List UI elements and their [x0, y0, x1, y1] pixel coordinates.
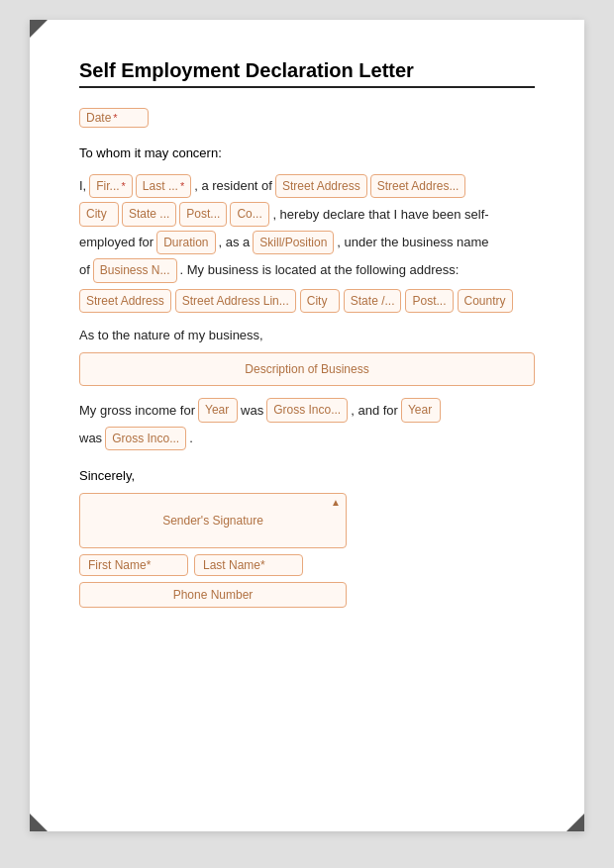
- street-address-line2-field[interactable]: Street Address Lin...: [175, 289, 296, 313]
- salutation: To whom it may concern:: [79, 145, 535, 160]
- date-field[interactable]: Date *: [79, 108, 149, 128]
- gross-income-2-field[interactable]: Gross Inco...: [105, 427, 186, 450]
- nature-label: As to the nature of my business,: [79, 325, 535, 346]
- nature-paragraph: As to the nature of my business, Descrip…: [79, 325, 535, 386]
- corner-decoration-br: [566, 814, 584, 831]
- year-2-field[interactable]: Year: [401, 398, 441, 422]
- gross-income-1-field[interactable]: Gross Inco...: [266, 398, 348, 422]
- year-1-field[interactable]: Year: [198, 398, 238, 422]
- body-paragraph-1: I, Fir... * Last ... * , a resident of S…: [79, 174, 535, 313]
- page-title: Self Employment Declaration Letter: [79, 59, 535, 82]
- country-1-field[interactable]: Co...: [230, 202, 269, 226]
- postal-2-field[interactable]: Post...: [405, 289, 453, 313]
- first-name-2-field[interactable]: First Name *: [79, 554, 188, 576]
- business-name-field[interactable]: Business N...: [93, 258, 177, 282]
- last-name-2-field[interactable]: Last Name *: [194, 554, 303, 576]
- corner-decoration-tl: [30, 20, 48, 38]
- sincerely-label: Sincerely,: [79, 468, 535, 483]
- page: Self Employment Declaration Letter Date …: [30, 20, 584, 831]
- last-name-field[interactable]: Last ... *: [136, 174, 191, 198]
- first-name-field[interactable]: Fir... *: [89, 174, 133, 198]
- income-paragraph: My gross income for Year was Gross Inco.…: [79, 398, 535, 450]
- corner-decoration-bl: [30, 814, 48, 831]
- skill-field[interactable]: Skill/Position: [253, 231, 334, 254]
- street-address-2-field[interactable]: Street Addres...: [370, 174, 466, 198]
- phone-field[interactable]: Phone Number: [79, 582, 347, 608]
- street-address-1-field[interactable]: Street Address: [275, 174, 367, 198]
- signature-field[interactable]: ▲ Sender's Signature: [79, 493, 347, 548]
- signature-block: ▲ Sender's Signature First Name * Last N…: [79, 493, 535, 608]
- country-2-field[interactable]: Country: [458, 289, 513, 313]
- street-address-3-field[interactable]: Street Address: [79, 289, 171, 313]
- city-1-field[interactable]: City: [79, 202, 119, 226]
- state-1-field[interactable]: State ...: [122, 202, 176, 226]
- duration-field[interactable]: Duration: [156, 231, 215, 254]
- postal-1-field[interactable]: Post...: [179, 202, 227, 226]
- city-2-field[interactable]: City: [300, 289, 340, 313]
- name-row: First Name * Last Name *: [79, 554, 535, 576]
- description-field[interactable]: Description of Business: [79, 352, 535, 386]
- state-2-field[interactable]: State /...: [344, 289, 402, 313]
